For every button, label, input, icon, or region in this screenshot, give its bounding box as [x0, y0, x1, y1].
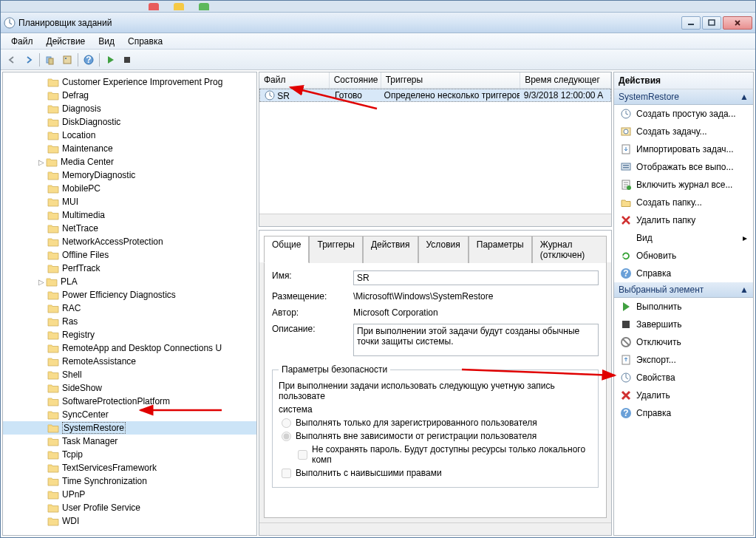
- action-завершить[interactable]: Завершить: [614, 316, 753, 333]
- tree-item-systemrestore[interactable]: SystemRestore: [3, 421, 256, 435]
- tree-item-remoteassistance[interactable]: RemoteAssistance: [3, 355, 256, 368]
- action-удалить-папку[interactable]: Удалить папку: [614, 211, 753, 229]
- check-highest-priv[interactable]: [282, 469, 291, 478]
- tree-item-textservicesframework[interactable]: TextServicesFramework: [3, 461, 256, 474]
- toolbar-stop-button[interactable]: [119, 52, 135, 68]
- action-выполнить[interactable]: Выполнить: [614, 298, 753, 316]
- action-создать-задачу[interactable]: Создать задачу...: [614, 123, 753, 140]
- tree-item-softwareprotectionplatform[interactable]: SoftwareProtectionPlatform: [3, 395, 256, 408]
- menu-view[interactable]: Вид: [92, 35, 120, 48]
- action-создать-простую-зада[interactable]: Создать простую зада...: [614, 105, 753, 123]
- back-button[interactable]: [4, 52, 20, 68]
- chevron-up-icon: ▲: [740, 285, 749, 295]
- action-удалить[interactable]: Удалить: [614, 387, 753, 404]
- tab-settings[interactable]: Параметры: [469, 236, 532, 263]
- action-справка[interactable]: ?Справка: [614, 265, 753, 282]
- action-импортировать-задач[interactable]: Импортировать задач...: [614, 140, 753, 158]
- tree-item-perftrack[interactable]: PerfTrack: [3, 262, 256, 275]
- tree-item-time-synchronization[interactable]: Time Synchronization: [3, 474, 256, 488]
- minimize-button[interactable]: [681, 16, 701, 30]
- properties-icon: [620, 372, 632, 384]
- menu-action[interactable]: Действие: [41, 35, 92, 48]
- toolbar-btn-2[interactable]: [59, 52, 75, 68]
- check-no-password[interactable]: [298, 450, 307, 460]
- task-row[interactable]: SR Готово Определено несколько триггеров…: [259, 89, 611, 102]
- tab-history[interactable]: Журнал (отключен): [532, 236, 607, 263]
- toolbar-run-button[interactable]: [102, 52, 118, 68]
- expand-icon[interactable]: ▷: [37, 158, 46, 166]
- action-создать-папку[interactable]: Создать папку...: [614, 194, 753, 211]
- action-отображать-все-выпо[interactable]: Отображать все выпо...: [614, 158, 753, 176]
- tree-item-location[interactable]: Location: [3, 129, 256, 142]
- tab-actions[interactable]: Действия: [363, 236, 418, 263]
- tree-item-synccenter[interactable]: SyncCenter: [3, 408, 256, 421]
- tree-item-mobilepc[interactable]: MobilePC: [3, 182, 256, 195]
- tab-triggers[interactable]: Триггеры: [309, 236, 363, 263]
- action-label: Вид: [636, 233, 653, 243]
- detail-hscroll[interactable]: [259, 522, 611, 535]
- action-обновить[interactable]: Обновить: [614, 247, 753, 265]
- action-включить-журнал-все[interactable]: Включить журнал все...: [614, 176, 753, 194]
- tree-item-networkaccessprotection[interactable]: NetworkAccessProtection: [3, 235, 256, 248]
- tree-pane[interactable]: Customer Experience Improvement ProgDefr…: [2, 72, 257, 536]
- col-state[interactable]: Состояние: [330, 72, 381, 88]
- tree-item-tcpip[interactable]: Tcpip: [3, 448, 256, 461]
- radio-any-user[interactable]: [282, 432, 291, 441]
- tree-item-pla[interactable]: ▷PLA: [3, 275, 256, 288]
- tab-conditions[interactable]: Условия: [418, 236, 469, 263]
- col-name[interactable]: Файл: [259, 72, 330, 88]
- tree-item-upnp[interactable]: UPnP: [3, 488, 256, 501]
- task-list-body[interactable]: SR Готово Определено несколько триггеров…: [259, 89, 611, 214]
- tree-item-diskdiagnostic[interactable]: DiskDiagnostic: [3, 115, 256, 129]
- tree-item-multimedia[interactable]: Multimedia: [3, 208, 256, 222]
- col-triggers[interactable]: Триггеры: [381, 72, 521, 88]
- tree-item-user-profile-service[interactable]: User Profile Service: [3, 501, 256, 514]
- actions-section-selected[interactable]: Выбранный элемент▲: [614, 282, 753, 298]
- expand-icon[interactable]: ▷: [37, 278, 46, 286]
- tab-general[interactable]: Общие: [264, 236, 309, 263]
- actions-section-systemrestore[interactable]: SystemRestore▲: [614, 89, 753, 105]
- tree-item-memorydiagnostic[interactable]: MemoryDiagnostic: [3, 168, 256, 182]
- tree-item-rac[interactable]: RAC: [3, 302, 256, 315]
- forward-button[interactable]: [21, 52, 37, 68]
- tree-item-wdi[interactable]: WDI: [3, 514, 256, 528]
- tree-item-offline-files[interactable]: Offline Files: [3, 248, 256, 262]
- task-name: SR: [277, 91, 290, 101]
- tree-item-sideshow[interactable]: SideShow: [3, 381, 256, 395]
- tree-item-shell[interactable]: Shell: [3, 368, 256, 381]
- action-отключить[interactable]: Отключить: [614, 333, 753, 351]
- close-button[interactable]: [723, 16, 752, 30]
- tree-item-mui[interactable]: MUI: [3, 195, 256, 208]
- menu-file[interactable]: Файл: [5, 35, 39, 48]
- maximize-button[interactable]: [702, 16, 721, 30]
- tree-item-task-manager[interactable]: Task Manager: [3, 435, 256, 448]
- tree-item-nettrace[interactable]: NetTrace: [3, 222, 256, 235]
- tree-item-defrag[interactable]: Defrag: [3, 89, 256, 102]
- tree-item-registry[interactable]: Registry: [3, 328, 256, 341]
- col-next-run[interactable]: Время следующег: [520, 72, 611, 88]
- tree-label: MUI: [62, 197, 78, 207]
- tree-item-diagnosis[interactable]: Diagnosis: [3, 102, 256, 115]
- radio-logged-user[interactable]: [282, 418, 291, 428]
- action-свойства[interactable]: Свойства: [614, 369, 753, 387]
- name-input[interactable]: [353, 270, 599, 285]
- menu-help[interactable]: Справка: [122, 35, 168, 48]
- action-label: Удалить: [636, 390, 670, 401]
- action-экспорт[interactable]: Экспорт...: [614, 351, 753, 369]
- tree-item-ras[interactable]: Ras: [3, 315, 256, 328]
- tree-item-media-center[interactable]: ▷Media Center: [3, 155, 256, 168]
- action-справка[interactable]: ?Справка: [614, 404, 753, 422]
- toolbar-help-button[interactable]: ?: [81, 52, 97, 68]
- folder-icon: [47, 436, 59, 446]
- desc-textarea[interactable]: [353, 324, 599, 356]
- tree-item-maintenance[interactable]: Maintenance: [3, 142, 256, 155]
- tree-item-customer-experience-improvement-prog[interactable]: Customer Experience Improvement Prog: [3, 75, 256, 89]
- tree-item-remoteapp-and-desktop-connections-u[interactable]: RemoteApp and Desktop Connections U: [3, 341, 256, 355]
- tree-item-power-efficiency-diagnostics[interactable]: Power Efficiency Diagnostics: [3, 288, 256, 302]
- action-label: Удалить папку: [636, 215, 695, 225]
- refresh-icon: [620, 250, 632, 262]
- task-list-hscroll[interactable]: [259, 214, 611, 226]
- toolbar-btn-1[interactable]: [42, 52, 58, 68]
- action-вид[interactable]: Вид▸: [614, 229, 753, 247]
- folder-icon: [47, 356, 59, 367]
